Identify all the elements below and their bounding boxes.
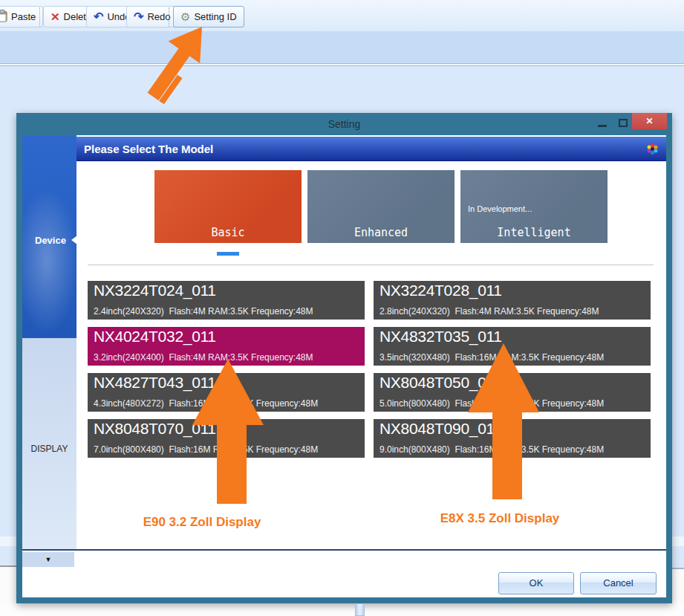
model-specs: 4.3inch(480X272) Flash:16M RAM:3.5K Freq…: [94, 398, 318, 409]
model-specs: 7.0inch(800X480) Flash:16M RAM:3.5K Freq…: [94, 444, 318, 455]
active-category-indicator: [217, 252, 239, 256]
model-name: NX8048T090_011: [380, 420, 502, 438]
category-separator: [88, 265, 654, 265]
category-enhanced-label: Enhanced: [307, 226, 455, 239]
model-tile-nx4827t043[interactable]: NX4827T043_011 4.3inch(480X272) Flash:16…: [88, 373, 365, 412]
color-gear-icon: [646, 143, 659, 155]
dialog-titlebar[interactable]: Setting ✕: [16, 113, 672, 135]
delete-icon: ✕: [51, 11, 60, 22]
category-basic[interactable]: Basic: [154, 170, 302, 243]
model-tile-nx3224t028[interactable]: NX3224T028_011 2.8inch(240X320) Flash:4M…: [374, 281, 651, 320]
screen: Paste ✕ Delete ↶ Undo ↷ Redo ⚙ Setting I…: [0, 0, 684, 616]
chevron-down-icon: ▼: [45, 556, 52, 563]
redo-icon: ↷: [134, 11, 143, 23]
model-name: NX4827T043_011: [94, 374, 216, 392]
minimize-button[interactable]: [598, 125, 607, 127]
model-tile-nx8048t050[interactable]: NX8048T050_011 5.0inch(800X480) Flash:16…: [374, 373, 651, 412]
background-line: [0, 536, 16, 546]
toolbar-separator: [169, 7, 169, 27]
redo-button[interactable]: ↷ Redo: [126, 6, 177, 27]
content-bottom-border: [22, 549, 666, 551]
setting-dialog: Setting ✕ Device DISPLAY ▼ Please Select: [16, 113, 672, 603]
category-intelligent-label: Intelligent: [460, 226, 608, 239]
paste-button[interactable]: Paste: [0, 6, 43, 27]
gear-icon: ⚙: [180, 11, 190, 22]
cancel-button[interactable]: Cancel: [580, 572, 657, 594]
paste-label: Paste: [11, 11, 36, 22]
workspace-band: [0, 31, 684, 64]
sidebar-scroll-down-button[interactable]: ▼: [22, 552, 74, 567]
background-panel: [0, 603, 684, 616]
sidebar-tab-display[interactable]: DISPLAY: [22, 338, 76, 551]
category-intelligent[interactable]: In Development... Intelligent: [460, 170, 608, 243]
setting-id-label: Setting ID: [194, 11, 236, 22]
close-button[interactable]: ✕: [632, 113, 667, 129]
model-specs: 3.2inch(240X400) Flash:4M RAM:3.5K Frequ…: [94, 352, 313, 363]
model-tile-nx8048t090[interactable]: NX8048T090_011 9.0inch(800X480) Flash:16…: [374, 419, 651, 458]
maximize-button[interactable]: [619, 119, 628, 127]
ok-button[interactable]: OK: [498, 572, 574, 594]
model-name: NX4832T035_011: [380, 328, 502, 346]
workspace-divider: [0, 63, 684, 66]
model-tile-nx4832t035[interactable]: NX4832T035_011 3.5inch(320X480) Flash:16…: [374, 327, 651, 366]
model-specs: 3.5inch(320X480) Flash:16M RAM:3.5K Freq…: [380, 352, 604, 363]
category-basic-label: Basic: [154, 226, 302, 239]
toolbar-separator: [39, 7, 40, 27]
display-tab-label: DISPLAY: [22, 444, 76, 454]
model-name: NX8048T070_011: [94, 420, 216, 438]
paste-icon: [0, 10, 7, 25]
model-name: NX3224T024_011: [94, 282, 216, 299]
model-tile-nx3224t024[interactable]: NX3224T024_011 2.4inch(240X320) Flash:4M…: [88, 281, 365, 320]
dialog-title: Setting: [16, 113, 672, 135]
model-name: NX8048T050_011: [380, 374, 502, 392]
model-tile-nx4024t032-selected[interactable]: NX4024T032_011 3.2inch(240X400) Flash:4M…: [88, 327, 365, 366]
model-specs: 5.0inch(800X480) Flash:16M RAM:3.5K Freq…: [380, 398, 604, 409]
sidebar-tab-device[interactable]: Device: [22, 135, 76, 338]
active-tab-arrow-icon: [71, 236, 77, 244]
device-tab-label: Device: [35, 235, 66, 246]
close-icon: ✕: [645, 116, 653, 126]
model-specs: 9.0inch(800X480) Flash:16M RAM:3.5K Freq…: [380, 444, 604, 455]
model-specs: 2.8inch(240X320) Flash:4M RAM:3.5K Frequ…: [380, 306, 599, 317]
dialog-body: Device DISPLAY ▼ Please Select The Model: [22, 135, 666, 597]
panel-header: Please Select The Model: [76, 137, 666, 161]
model-name: NX3224T028_011: [380, 282, 502, 299]
arrow-to-setting-id-tail-icon: [159, 75, 182, 105]
category-enhanced[interactable]: Enhanced: [307, 170, 455, 243]
scrollbar-thumb[interactable]: [355, 603, 365, 616]
redo-label: Redo: [147, 11, 170, 22]
setting-id-button[interactable]: ⚙ Setting ID: [173, 6, 244, 27]
model-name: NX4024T032_011: [94, 328, 216, 346]
model-specs: 2.4inch(240X320) Flash:4M RAM:3.5K Frequ…: [94, 306, 313, 317]
category-intelligent-note: In Development...: [468, 204, 532, 213]
panel-header-title: Please Select The Model: [84, 137, 213, 161]
model-tile-nx8048t070[interactable]: NX8048T070_011 7.0inch(800X480) Flash:16…: [88, 419, 365, 458]
undo-icon: ↶: [94, 11, 103, 23]
background-line: [672, 536, 684, 546]
